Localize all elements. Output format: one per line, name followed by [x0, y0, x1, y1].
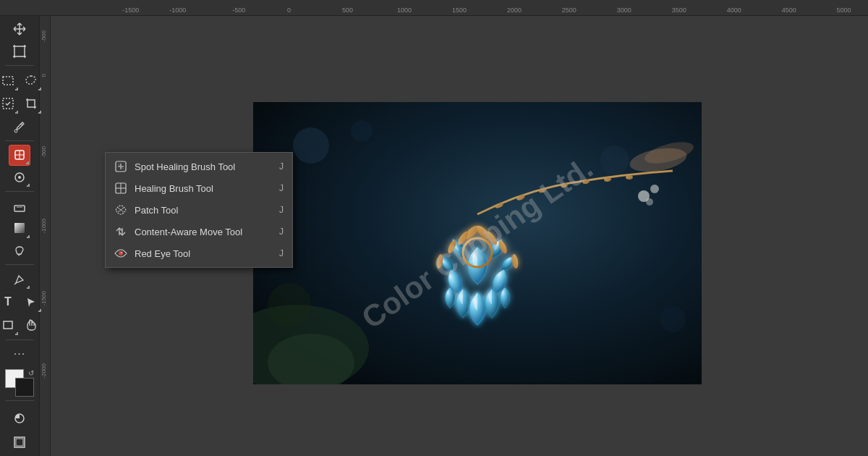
svg-point-54: [268, 283, 311, 326]
ruler-mark: 3000: [617, 7, 631, 14]
red-eye-icon: [114, 247, 127, 260]
flyout-item-content-aware[interactable]: Content-Aware Move Tool J: [106, 221, 292, 242]
v-ruler-mark: -1000: [41, 219, 47, 233]
flyout-item-healing-brush-shortcut: J: [279, 183, 284, 193]
jewelry-image: [253, 102, 702, 384]
svg-point-61: [119, 251, 123, 256]
artboard-tool-button[interactable]: [9, 41, 30, 62]
screen-mode-button[interactable]: [9, 431, 30, 453]
svg-point-62: [121, 252, 122, 253]
ruler-mark: -500: [232, 7, 245, 14]
ruler-mark: 2000: [507, 7, 522, 14]
flyout-item-content-aware-label: Content-Aware Move Tool: [135, 227, 272, 237]
flyout-item-red-eye-label: Red Eye Tool: [135, 248, 272, 259]
flyout-item-patch-shortcut: J: [279, 205, 284, 215]
v-ruler-mark: -500: [41, 30, 47, 42]
ruler-mark: -1000: [169, 7, 186, 14]
eraser-tool-button[interactable]: [9, 195, 30, 216]
ruler-mark: 4500: [782, 7, 796, 14]
svg-point-50: [293, 127, 329, 164]
ruler-mark: -1500: [122, 7, 139, 14]
svg-point-30: [646, 198, 653, 206]
svg-point-52: [600, 145, 629, 174]
flyout-item-content-aware-shortcut: J: [279, 227, 284, 237]
spot-healing-icon: [114, 160, 127, 173]
lasso-tool-button[interactable]: [20, 69, 42, 91]
svg-rect-19: [14, 223, 25, 233]
svg-point-16: [18, 176, 21, 179]
top-ruler: -1500 -1000 -500 0 500 1000 1500 2000 25…: [0, 0, 868, 16]
gradient-tool-button[interactable]: [9, 218, 30, 239]
v-ruler-mark: -2000: [41, 363, 47, 378]
flyout-item-healing-brush-label: Healing Brush Tool: [135, 183, 272, 194]
flyout-item-spot-healing-shortcut: J: [279, 161, 284, 172]
svg-rect-21: [4, 321, 12, 329]
crop-tool-button[interactable]: [20, 93, 42, 114]
flyout-item-patch-label: Patch Tool: [135, 205, 272, 216]
ruler-mark: 4000: [727, 7, 741, 14]
svg-rect-18: [17, 206, 22, 208]
svg-rect-9: [3, 77, 13, 85]
dodge-tool-button[interactable]: [9, 240, 30, 261]
extras-tool-button[interactable]: ···: [9, 344, 30, 365]
ruler-mark: 500: [342, 7, 353, 14]
flyout-item-red-eye[interactable]: Red Eye Tool J: [106, 242, 292, 264]
ruler-mark: 5000: [837, 7, 851, 14]
ruler-mark: 0: [287, 7, 291, 14]
svg-point-53: [660, 306, 686, 332]
ruler-mark: 3500: [672, 7, 686, 14]
ruler-mark: 1000: [397, 7, 412, 14]
flyout-item-red-eye-shortcut: J: [279, 248, 284, 258]
ruler-mark: 1500: [452, 7, 467, 14]
color-swatches[interactable]: ↺: [5, 369, 34, 397]
patch-icon: [114, 203, 127, 216]
move-tool-button[interactable]: [9, 19, 30, 40]
swap-colors-icon[interactable]: ↺: [28, 369, 34, 377]
left-toolbar: T ···: [0, 16, 40, 456]
hand-tool-button[interactable]: [20, 314, 42, 336]
svg-point-11: [14, 130, 17, 132]
healing-brush-tool-button[interactable]: [9, 145, 30, 166]
flyout-item-patch[interactable]: Patch Tool J: [106, 199, 292, 221]
pen-tool-button[interactable]: [9, 269, 30, 290]
svg-point-51: [351, 120, 373, 142]
rect-marquee-tool-button[interactable]: [0, 69, 19, 91]
content-aware-move-icon: [114, 225, 127, 238]
flyout-item-healing-brush[interactable]: Healing Brush Tool J: [106, 177, 292, 199]
ruler-mark: 2500: [562, 7, 576, 14]
background-color-swatch[interactable]: [15, 378, 34, 397]
healing-brush-icon: [114, 182, 127, 195]
photo-canvas: Color Clipping Ltd.: [253, 102, 702, 384]
svg-point-29: [650, 185, 659, 193]
mask-mode-button[interactable]: [9, 408, 30, 429]
object-select-tool-button[interactable]: [0, 93, 19, 114]
type-tool-button[interactable]: T: [0, 291, 19, 313]
canvas-area: Color Clipping Ltd. Spot Healing Brush T…: [51, 16, 868, 456]
flyout-item-spot-healing-label: Spot Healing Brush Tool: [135, 161, 272, 172]
v-ruler-mark: -500: [41, 146, 47, 158]
healing-tool-flyout: Spot Healing Brush Tool J Healing Brush …: [105, 152, 293, 268]
shape-tool-button[interactable]: [0, 314, 19, 336]
svg-rect-24: [16, 439, 23, 446]
flyout-item-spot-healing[interactable]: Spot Healing Brush Tool J: [106, 156, 292, 177]
path-select-tool-button[interactable]: [20, 291, 42, 313]
svg-rect-0: [14, 46, 25, 56]
clone-stamp-tool-button[interactable]: [9, 167, 30, 188]
eyedropper-tool-button[interactable]: [9, 116, 30, 137]
